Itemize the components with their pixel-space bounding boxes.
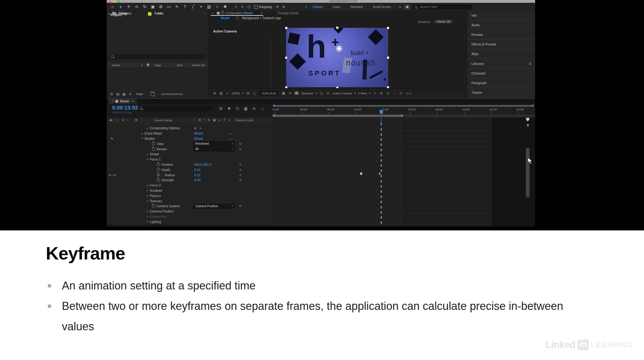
twirl-icon[interactable]: ▸ xyxy=(147,194,148,197)
lock-column-icon[interactable]: ▫ xyxy=(127,118,127,122)
tool-icon[interactable]: ⌂ xyxy=(109,4,117,9)
solo-column-icon[interactable]: ● xyxy=(122,118,124,122)
preview-option-icon[interactable]: ⌖ xyxy=(372,91,378,95)
selection-handle[interactable] xyxy=(387,56,389,59)
work-area-end-handle[interactable] xyxy=(401,114,403,117)
view-layout-dropdown[interactable]: 1 View xyxy=(358,92,367,95)
playhead-line[interactable] xyxy=(381,118,381,123)
twirl-icon[interactable]: ▸ xyxy=(147,199,148,202)
keyframe-navigator[interactable]: ◀◇▶ xyxy=(109,174,116,176)
add-remove-buttons[interactable]: + − xyxy=(194,126,203,130)
timeline-property-row[interactable]: ▸ Force 2 xyxy=(107,183,272,188)
work-area-start-handle[interactable] xyxy=(273,114,275,117)
viewer-icon[interactable]: ◐ xyxy=(224,91,231,95)
tool-icon[interactable]: ⊙ xyxy=(133,4,141,9)
navigator-thumb[interactable] xyxy=(273,105,534,107)
project-column-headers[interactable]: Name ▲ Type Size Frame Ra.. xyxy=(107,62,208,68)
breadcrumb-separator[interactable]: ‹ xyxy=(235,16,239,20)
axis-mode-icon[interactable]: ◇ xyxy=(246,5,252,9)
include-toggle-icon[interactable]: ⊘ xyxy=(239,204,242,208)
viewer-icon[interactable]: ▥ xyxy=(218,91,224,95)
include-toggle-icon[interactable]: ⊘ xyxy=(239,148,242,151)
dock-panel-tab[interactable]: Preview xyxy=(468,30,535,40)
dock-panel-tab[interactable]: Character xyxy=(468,69,535,78)
tool-icon[interactable]: ⌖ xyxy=(197,4,205,9)
twirl-icon[interactable]: ▸ xyxy=(109,12,110,15)
timeline-property-row[interactable]: ▸ Compositing Options + − xyxy=(107,126,272,131)
timeline-property-row[interactable]: fx ▾ Shatter Reset — xyxy=(107,136,272,141)
snapping-option-icon[interactable]: ✛ xyxy=(274,5,281,9)
snapping-option-icon[interactable]: ✕ xyxy=(281,5,287,9)
panel-menu-icon[interactable]: ≡ xyxy=(261,11,263,15)
dock-panel-tab[interactable]: Audio xyxy=(468,20,535,30)
timeline-property-row[interactable]: ▸ Physics xyxy=(107,193,272,198)
tool-icon[interactable]: ╱ xyxy=(189,4,197,9)
twirl-icon[interactable]: ▸ xyxy=(147,220,148,223)
stopwatch-icon[interactable] xyxy=(152,148,155,151)
timeline-property-row[interactable]: Depth 0.10 ⊘ xyxy=(107,167,272,172)
timeline-property-row[interactable]: Strength 8.00 ⊘ xyxy=(107,178,272,183)
close-window-button[interactable] xyxy=(109,1,111,3)
selection-handle[interactable] xyxy=(336,26,339,29)
timeline-property-row[interactable]: ▸ Lighting xyxy=(107,219,272,224)
twirl-icon[interactable]: ▸ xyxy=(147,184,148,187)
workspace-tab[interactable]: Small Screen xyxy=(373,5,391,9)
property-dropdown[interactable]: Rendered▾ xyxy=(193,141,235,146)
stopwatch-icon[interactable] xyxy=(157,168,160,171)
workspace-tab[interactable]: Default xyxy=(313,5,323,9)
renderer-button[interactable]: Classic 3D xyxy=(433,19,453,24)
twirl-icon[interactable]: ▾ xyxy=(147,158,148,161)
project-search-field[interactable] xyxy=(109,54,206,59)
dock-panel-tab[interactable]: Paragraph xyxy=(468,78,535,88)
magnification-dropdown[interactable]: (25%) xyxy=(232,92,240,95)
work-area-bar[interactable] xyxy=(273,115,403,117)
switch-icon[interactable]: ☀ xyxy=(223,118,226,122)
timeline-property-row[interactable]: View Rendered▾ ⊘ xyxy=(107,141,272,146)
timeline-property-row[interactable]: ▾ xyxy=(107,123,272,126)
switch-icon[interactable]: fx xyxy=(208,118,210,122)
project-footer-icon[interactable]: ▦ xyxy=(121,92,127,96)
tool-icon[interactable]: ➤ xyxy=(116,2,125,11)
property-value[interactable]: 8.00 xyxy=(194,178,200,182)
switch-icon[interactable]: ⌀ xyxy=(219,118,220,122)
minimize-window-button[interactable] xyxy=(113,1,115,3)
tool-icon[interactable]: ↻ xyxy=(141,4,149,9)
search-help-field[interactable] xyxy=(413,4,472,10)
stopwatch-icon[interactable] xyxy=(152,204,155,208)
tool-icon[interactable]: ▨ xyxy=(205,4,213,9)
property-value[interactable]: 0.10 xyxy=(194,168,200,172)
switch-icon[interactable]: ✚ xyxy=(199,118,201,122)
playhead-line[interactable] xyxy=(381,123,382,226)
selection-handle[interactable] xyxy=(285,56,288,59)
parent-link-column[interactable]: Parent & Link xyxy=(235,118,253,122)
include-toggle-icon[interactable]: ⊘ xyxy=(239,168,242,171)
tool-icon[interactable]: ✱ xyxy=(221,4,229,9)
twirl-icon[interactable]: ▸ xyxy=(147,215,148,218)
timeline-property-row[interactable]: ▸ Shape xyxy=(107,152,272,157)
axis-mode-icon[interactable]: ⌗ xyxy=(233,5,239,9)
project-footer-icon[interactable]: ▤ xyxy=(115,92,121,96)
timeline-search-field[interactable] xyxy=(138,106,212,111)
timeline-property-row[interactable]: Render All▾ ⊘ xyxy=(107,146,272,152)
timeline-property-row[interactable]: ◀◇▶ ∟ Radius 0.61 ⊘ xyxy=(107,172,272,178)
timeline-property-row[interactable]: ▸ Gradient xyxy=(107,188,272,193)
tool-icon[interactable]: ▣ xyxy=(149,4,157,9)
preview-option-icon[interactable]: ⊔ xyxy=(385,91,391,95)
preview-option-icon[interactable]: ⊟ xyxy=(378,91,385,95)
include-toggle-icon[interactable]: ⊘ xyxy=(239,142,242,145)
breadcrumb-master-chip[interactable]: Master xyxy=(218,16,233,20)
source-name-column[interactable]: Source Name xyxy=(154,118,172,122)
tool-icon[interactable]: ✎ xyxy=(173,4,181,9)
tab-footage[interactable]: Footage (none) xyxy=(277,11,298,15)
label-color-chip[interactable] xyxy=(148,12,152,16)
channels-icon[interactable] xyxy=(294,92,299,95)
selection-handle[interactable] xyxy=(285,27,288,29)
playhead-handle[interactable] xyxy=(380,110,383,114)
camera-view-dropdown[interactable]: Active Camera xyxy=(333,92,352,95)
tool-icon[interactable]: T xyxy=(181,4,189,9)
twirl-icon[interactable]: ▸ xyxy=(147,189,148,192)
work-area-track[interactable] xyxy=(272,114,535,117)
timeline-option-icon[interactable]: ⊡ xyxy=(233,106,242,111)
project-footer-icon[interactable]: ➤ xyxy=(127,92,133,96)
timeline-property-row[interactable]: ▸ Camera Position xyxy=(107,209,272,214)
